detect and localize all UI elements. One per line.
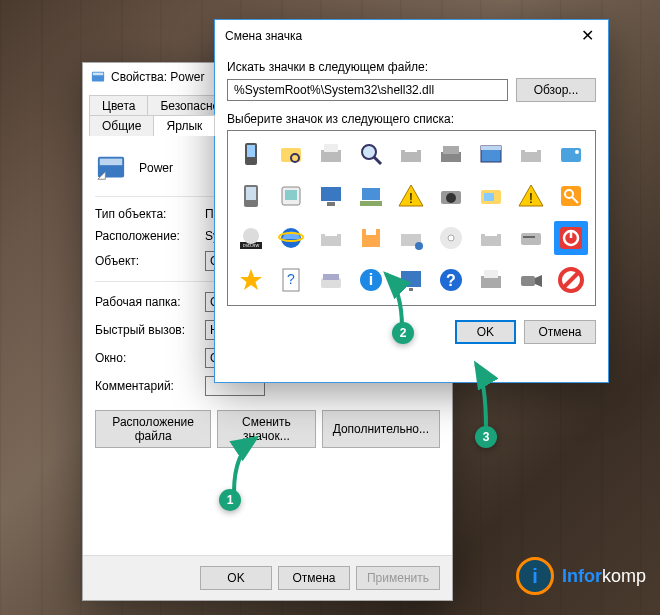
- folder-pics-icon[interactable]: [474, 179, 508, 213]
- icon-list[interactable]: DVD-RW?i!?!!: [227, 130, 596, 306]
- watermark: i Inforkomp: [516, 557, 646, 595]
- tablet-icon[interactable]: [274, 179, 308, 213]
- icon-path-input[interactable]: [227, 79, 508, 101]
- dvd-rw-icon[interactable]: DVD-RW: [234, 221, 268, 255]
- svg-point-65: [575, 150, 579, 154]
- tab-colors[interactable]: Цвета: [89, 95, 148, 116]
- change-icon-button[interactable]: Сменить значок...: [217, 410, 315, 448]
- drive-icon[interactable]: [514, 221, 548, 255]
- floppy-box-icon[interactable]: [354, 221, 388, 255]
- change-icon-title: Смена значка: [225, 29, 302, 43]
- printer-net-icon[interactable]: [394, 221, 428, 255]
- svg-point-47: [448, 235, 454, 241]
- svg-rect-20: [324, 144, 338, 152]
- window-label: Окно:: [95, 351, 205, 365]
- annotation-badge-3: 3: [475, 426, 497, 448]
- magnifier-icon[interactable]: [354, 137, 388, 171]
- watermark-text: Inforkomp: [562, 566, 646, 587]
- shortcut-icon: [91, 70, 105, 84]
- fax2-icon[interactable]: [474, 263, 508, 297]
- comment-label: Комментарий:: [95, 379, 205, 393]
- svg-point-9: [243, 228, 259, 244]
- key-card-icon[interactable]: [554, 137, 588, 171]
- svg-rect-61: [521, 233, 541, 245]
- tab-general[interactable]: Общие: [89, 115, 154, 136]
- pda-icon[interactable]: [234, 179, 268, 213]
- svg-text:?: ?: [287, 271, 295, 287]
- annotation-badge-1: 1: [219, 489, 241, 511]
- ie-icon[interactable]: [274, 221, 308, 255]
- camera-icon[interactable]: [434, 179, 468, 213]
- svg-rect-57: [484, 270, 498, 278]
- advanced-button[interactable]: Дополнительно...: [322, 410, 440, 448]
- documents-icon[interactable]: [594, 221, 596, 255]
- star-icon[interactable]: [234, 263, 268, 297]
- svg-point-39: [415, 242, 423, 250]
- tab-shortcut[interactable]: Ярлык: [153, 115, 215, 136]
- apply-button[interactable]: Применить: [356, 566, 440, 590]
- help-doc-icon[interactable]: ?: [274, 263, 308, 297]
- svg-rect-43: [443, 146, 459, 154]
- change-icon-titlebar[interactable]: Смена значка ✕: [215, 20, 608, 52]
- phone-icon[interactable]: [234, 137, 268, 171]
- search-folder-icon[interactable]: [274, 137, 308, 171]
- list-label: Выберите значок из следующего списка:: [227, 112, 596, 126]
- svg-rect-29: [362, 188, 380, 200]
- svg-rect-21: [321, 187, 341, 201]
- annotation-badge-2: 2: [392, 322, 414, 344]
- camcorder-icon[interactable]: [514, 263, 548, 297]
- camera-stack-icon[interactable]: [434, 137, 468, 171]
- location-label: Расположение:: [95, 229, 205, 243]
- printer3-icon[interactable]: [474, 221, 508, 255]
- type-label: Тип объекта:: [95, 207, 205, 221]
- svg-text:?: ?: [446, 272, 456, 289]
- properties-title: Свойства: Power: [111, 70, 204, 84]
- properties-bottom-bar: OK Отмена Применить: [83, 555, 452, 600]
- pc-display-icon[interactable]: [314, 179, 348, 213]
- browse-button[interactable]: Обзор...: [516, 78, 596, 102]
- help-icon[interactable]: ?: [434, 263, 468, 297]
- hotkey-label: Быстрый вызов:: [95, 323, 205, 337]
- warning1-icon[interactable]: !: [394, 179, 428, 213]
- workdir-label: Рабочая папка:: [95, 295, 205, 309]
- printer5-icon[interactable]: [594, 179, 596, 213]
- svg-rect-26: [323, 274, 339, 280]
- screen-icon[interactable]: [394, 263, 428, 297]
- svg-rect-36: [405, 144, 417, 152]
- disc-icon[interactable]: [434, 221, 468, 255]
- svg-line-28: [374, 157, 381, 164]
- svg-rect-59: [525, 144, 537, 152]
- printer2-icon[interactable]: [394, 137, 428, 171]
- svg-rect-64: [561, 148, 581, 162]
- svg-text:!: !: [409, 190, 413, 206]
- warning2-icon[interactable]: !: [514, 179, 548, 213]
- printer4-icon[interactable]: [514, 137, 548, 171]
- scanner-icon[interactable]: [314, 263, 348, 297]
- svg-rect-32: [366, 229, 376, 235]
- server-icon[interactable]: [594, 137, 596, 171]
- svg-rect-5: [247, 145, 255, 157]
- svg-rect-63: [521, 276, 535, 286]
- object-label: Объект:: [95, 254, 205, 268]
- svg-rect-1: [93, 73, 104, 76]
- cancel-button[interactable]: Отмена: [524, 320, 596, 344]
- info-icon[interactable]: i: [354, 263, 388, 297]
- close-icon[interactable]: ✕: [577, 28, 598, 44]
- ok-button[interactable]: OK: [455, 320, 516, 344]
- power-icon[interactable]: [554, 221, 588, 255]
- svg-point-27: [362, 145, 376, 159]
- no-entry-icon[interactable]: [554, 263, 588, 297]
- warning3-icon[interactable]: !: [594, 263, 596, 297]
- ok-button[interactable]: OK: [200, 566, 272, 590]
- monitor-desk-icon[interactable]: [354, 179, 388, 213]
- key-icon[interactable]: [554, 179, 588, 213]
- fax1-icon[interactable]: [314, 137, 348, 171]
- cancel-button[interactable]: Отмена: [278, 566, 350, 590]
- file-location-button[interactable]: Расположение файла: [95, 410, 211, 448]
- printer1-icon[interactable]: [314, 221, 348, 255]
- window-icon[interactable]: [474, 137, 508, 171]
- svg-rect-53: [484, 193, 494, 201]
- svg-point-45: [446, 193, 456, 203]
- svg-rect-3: [100, 159, 123, 166]
- svg-rect-55: [485, 228, 497, 236]
